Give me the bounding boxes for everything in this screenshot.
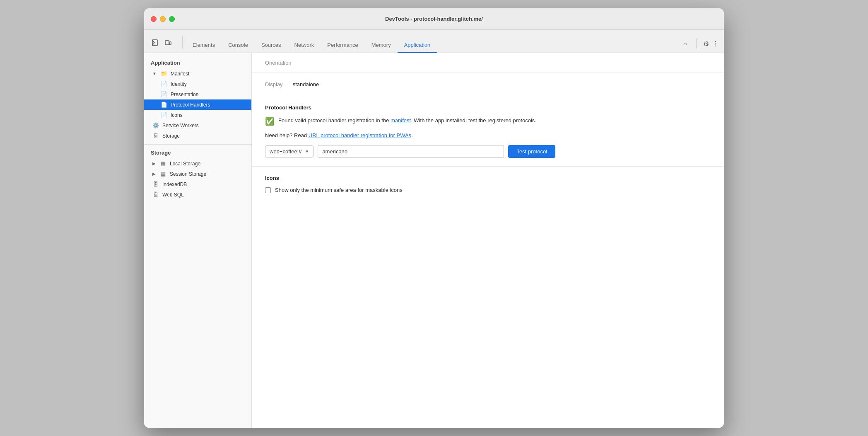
tab-sources[interactable]: Sources <box>255 30 288 53</box>
sidebar-item-indexeddb[interactable]: 🗄 IndexedDB <box>144 179 251 189</box>
local-storage-table-icon: ▦ <box>160 160 166 167</box>
icons-title: Icons <box>265 175 711 181</box>
sidebar-icons-label: Icons <box>171 112 183 118</box>
window-title: DevTools - protocol-handler.glitch.me/ <box>385 16 483 22</box>
more-options-icon[interactable]: ⋮ <box>712 40 719 48</box>
sidebar-item-identity[interactable]: 📄 Identity <box>144 79 251 89</box>
tab-network[interactable]: Network <box>288 30 321 53</box>
more-tabs-icon[interactable]: » <box>682 39 690 48</box>
main-content: Application ▼ 📁 Manifest 📄 Identity 📄 Pr… <box>144 53 724 428</box>
maximize-button[interactable] <box>169 16 175 22</box>
sidebar-item-presentation[interactable]: 📄 Presentation <box>144 89 251 99</box>
sidebar-identity-label: Identity <box>171 81 187 87</box>
close-button[interactable] <box>151 16 157 22</box>
icons-doc-icon: 📄 <box>161 112 167 118</box>
storage-db-icon: 🗄 <box>152 133 159 139</box>
session-storage-table-icon: ▦ <box>160 171 166 177</box>
svg-rect-2 <box>169 42 171 45</box>
help-row: Need help? Read URL protocol handler reg… <box>265 132 711 138</box>
success-text-2: . With the app installed, test the regis… <box>411 117 536 124</box>
checkbox-row: Show only the minimum safe area for mask… <box>265 187 711 193</box>
manifest-link[interactable]: manifest <box>391 117 411 124</box>
sidebar-item-manifest[interactable]: ▼ 📁 Manifest <box>144 68 251 79</box>
sidebar-divider <box>144 144 251 145</box>
sidebar: Application ▼ 📁 Manifest 📄 Identity 📄 Pr… <box>144 53 252 428</box>
tab-performance[interactable]: Performance <box>321 30 364 53</box>
sidebar-presentation-label: Presentation <box>171 92 198 97</box>
sidebar-item-local-storage[interactable]: ▶ ▦ Local Storage <box>144 158 251 169</box>
protocol-handlers-section: Protocol Handlers ✅ Found valid protocol… <box>252 96 724 167</box>
sidebar-session-storage-label: Session Storage <box>170 171 206 177</box>
help-link[interactable]: URL protocol handler registration for PW… <box>309 132 411 138</box>
sidebar-protocol-handlers-label: Protocol Handlers <box>171 102 210 108</box>
protocol-input[interactable] <box>318 145 504 158</box>
success-text-1: Found valid protocol handler registratio… <box>278 117 391 124</box>
success-row: ✅ Found valid protocol handler registrat… <box>265 116 711 127</box>
identity-doc-icon: 📄 <box>161 81 167 87</box>
success-text: Found valid protocol handler registratio… <box>278 116 536 125</box>
toolbar-icons <box>149 37 174 53</box>
toolbar: Elements Console Sources Network Perform… <box>144 30 724 53</box>
indexeddb-icon: 🗄 <box>152 181 159 187</box>
icons-section: Icons Show only the minimum safe area fo… <box>252 167 724 201</box>
minimize-button[interactable] <box>160 16 166 22</box>
settings-icon[interactable]: ⚙ <box>703 40 709 48</box>
service-workers-gear-icon: ⚙️ <box>152 122 159 128</box>
toolbar-right: » ⚙ ⋮ <box>682 39 719 53</box>
content-panel: Orientation Display standalone Protocol … <box>252 53 724 428</box>
display-value: standalone <box>293 81 319 87</box>
protocol-row: web+coffee:// ▼ Test protocol <box>265 145 711 158</box>
manifest-arrow-icon: ▼ <box>152 71 157 76</box>
display-row: Display standalone <box>252 73 724 96</box>
sidebar-item-session-storage[interactable]: ▶ ▦ Session Storage <box>144 169 251 179</box>
check-icon: ✅ <box>265 116 274 127</box>
sidebar-item-icons[interactable]: 📄 Icons <box>144 110 251 120</box>
tab-memory[interactable]: Memory <box>365 30 398 53</box>
sidebar-item-web-sql[interactable]: 🗄 Web SQL <box>144 189 251 200</box>
session-storage-arrow: ▶ <box>152 172 156 176</box>
sidebar-item-protocol-handlers[interactable]: 📄 Protocol Handlers <box>144 99 251 110</box>
inspector-icon[interactable] <box>149 37 161 48</box>
test-protocol-button[interactable]: Test protocol <box>508 145 555 158</box>
toolbar-divider <box>182 36 183 48</box>
protocol-doc-icon: 📄 <box>161 102 167 108</box>
orientation-row: Orientation <box>252 53 724 73</box>
toolbar-right-divider <box>696 39 697 48</box>
presentation-doc-icon: 📄 <box>161 91 167 97</box>
protocol-handlers-title: Protocol Handlers <box>265 104 711 111</box>
devtools-window: DevTools - protocol-handler.glitch.me/ E… <box>144 8 724 428</box>
sidebar-storage-title: Storage <box>144 148 251 158</box>
protocol-select-value: web+coffee:// <box>270 148 301 155</box>
display-label: Display <box>265 81 283 87</box>
titlebar: DevTools - protocol-handler.glitch.me/ <box>144 8 724 30</box>
device-toggle-icon[interactable] <box>162 37 174 48</box>
sidebar-item-storage[interactable]: 🗄 Storage <box>144 131 251 141</box>
orientation-label: Orientation <box>265 60 292 66</box>
local-storage-arrow: ▶ <box>152 161 156 166</box>
sidebar-web-sql-label: Web SQL <box>162 192 184 198</box>
sidebar-service-workers-label: Service Workers <box>162 123 199 128</box>
sidebar-item-service-workers[interactable]: ⚙️ Service Workers <box>144 120 251 131</box>
help-text-end: . <box>411 132 413 138</box>
sidebar-manifest-label: Manifest <box>171 71 189 77</box>
protocol-select-arrow-icon: ▼ <box>305 149 309 154</box>
tab-application[interactable]: Application <box>398 30 437 53</box>
tab-elements[interactable]: Elements <box>186 30 222 53</box>
protocol-select[interactable]: web+coffee:// ▼ <box>265 145 313 157</box>
checkbox-label: Show only the minimum safe area for mask… <box>275 187 403 193</box>
tab-console[interactable]: Console <box>222 30 255 53</box>
sidebar-storage-label: Storage <box>162 133 180 139</box>
svg-rect-1 <box>165 41 169 45</box>
web-sql-icon: 🗄 <box>152 191 159 198</box>
traffic-lights <box>151 16 175 22</box>
sidebar-application-title: Application <box>144 58 251 68</box>
sidebar-indexeddb-label: IndexedDB <box>162 182 187 187</box>
manifest-folder-icon: 📁 <box>161 70 167 77</box>
help-text: Need help? Read <box>265 132 309 138</box>
maskable-icons-checkbox[interactable] <box>265 187 271 193</box>
sidebar-local-storage-label: Local Storage <box>170 161 200 167</box>
